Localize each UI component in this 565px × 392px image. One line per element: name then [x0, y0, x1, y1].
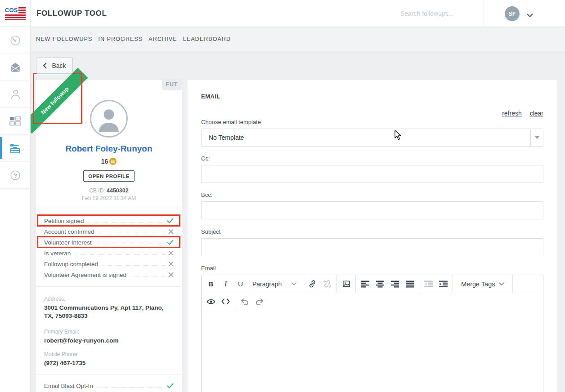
select-caret-down-icon[interactable]	[530, 129, 543, 146]
insert-image-icon[interactable]	[339, 277, 354, 291]
icon-sidebar: ?	[0, 27, 31, 392]
cos-flag-logo-icon: COS	[5, 7, 26, 20]
link-group	[303, 275, 337, 293]
template-label: Choose email template	[201, 119, 543, 125]
chevron-down-icon	[499, 282, 504, 286]
justify-icon[interactable]	[402, 277, 417, 291]
checklist-item[interactable]: Volunteer Agreement is signed	[44, 269, 174, 280]
contact-name[interactable]: Robert Foley-Runyon	[36, 144, 182, 154]
new-followup-ribbon: New followup	[22, 67, 88, 134]
back-label: Back	[52, 62, 66, 69]
merge-tags-select[interactable]: Merge Tags	[455, 277, 511, 291]
rich-text-editor: B I U Paragraph	[201, 275, 543, 392]
back-button[interactable]: Back	[36, 58, 73, 74]
sidebar-item-contacts[interactable]	[0, 81, 30, 108]
nav-new-followups[interactable]: NEW FOLLOWUPS	[36, 36, 92, 42]
subject-label: Subject	[201, 228, 543, 235]
align-left-icon[interactable]	[358, 277, 372, 291]
sidebar-item-dashboard[interactable]	[0, 27, 30, 54]
image-group	[337, 275, 356, 293]
checklist-item-label: Is veteran	[44, 250, 71, 257]
align-group	[356, 275, 419, 293]
clear-link[interactable]: clear	[530, 110, 543, 117]
app-title: FOLLOWUP TOOL	[36, 9, 107, 18]
person-icon	[9, 89, 21, 100]
history-group	[235, 293, 543, 310]
mobile-phone-value: (972) 467-1735	[44, 359, 174, 367]
cc-input[interactable]	[201, 165, 543, 183]
tools-icon	[9, 142, 21, 154]
underline-button[interactable]: U	[233, 277, 248, 291]
optin-label: Email Blast Opt-In	[44, 383, 93, 389]
checklist-item[interactable]: Volunteer Interest	[44, 237, 174, 248]
bcc-input[interactable]	[201, 201, 543, 219]
subject-input[interactable]	[201, 238, 543, 256]
chevron-down-icon	[291, 282, 296, 285]
checklist-item[interactable]: Account confirmed	[44, 226, 174, 237]
contact-info: Address: 3001 Communications Py, Apt 117…	[36, 296, 182, 367]
open-profile-button[interactable]: OPEN PROFILE	[83, 170, 135, 182]
app-logo[interactable]: COS	[0, 0, 31, 27]
redo-icon[interactable]	[252, 294, 267, 309]
sidebar-item-messages[interactable]	[0, 54, 30, 81]
help-icon: ?	[9, 169, 21, 181]
email-blast-optin-row[interactable]: Email Blast Opt-In	[44, 380, 174, 391]
cb-id-label: CB ID:	[89, 187, 105, 194]
indent-icon[interactable]	[436, 277, 451, 291]
italic-button[interactable]: I	[218, 277, 233, 291]
checklist-item-label: Volunteer Agreement is signed	[44, 272, 126, 278]
dotted-leader	[130, 276, 165, 276]
x-icon	[168, 250, 174, 256]
paragraph-label: Paragraph	[252, 281, 282, 288]
indent-group	[419, 275, 453, 293]
divider	[36, 286, 182, 287]
nav-leaderboard[interactable]: LEADERBOARD	[183, 36, 231, 42]
paragraph-style-select[interactable]: Paragraph	[248, 277, 301, 291]
sidebar-item-cards[interactable]	[0, 108, 30, 135]
outdent-icon[interactable]	[421, 277, 436, 291]
x-icon	[168, 272, 174, 277]
align-right-icon[interactable]	[387, 277, 402, 291]
preview-eye-icon[interactable]	[203, 294, 218, 309]
bcc-label: Bcc:	[201, 192, 543, 198]
email-template-select[interactable]: No Template	[201, 129, 543, 147]
primary-email-value: robert@foley-runyon.com	[44, 337, 174, 345]
undo-icon[interactable]	[237, 294, 252, 309]
fut-corner-badge: FUT	[162, 79, 182, 90]
gauge-icon	[9, 35, 21, 46]
sidebar-item-followup-tool[interactable]	[0, 135, 30, 162]
cards-grid-icon	[9, 116, 21, 126]
editor-content-area[interactable]	[202, 310, 543, 392]
user-avatar[interactable]: SF	[505, 6, 520, 21]
address-label: Address:	[44, 296, 174, 302]
toolbar-spacer	[513, 275, 543, 293]
checklist-item-label: Petition signed	[44, 218, 84, 224]
insert-link-icon[interactable]	[305, 277, 320, 291]
header-divider	[484, 0, 484, 27]
checklist-item-label: Followup completed	[44, 261, 98, 267]
search-input[interactable]	[400, 6, 486, 21]
align-center-icon[interactable]	[372, 277, 387, 291]
template-selected-value: No Template	[209, 134, 244, 141]
svg-text:?: ?	[13, 172, 17, 178]
cb-id-value: 4450302	[107, 187, 129, 194]
checklist-item[interactable]: Petition signed	[44, 215, 174, 226]
checklist-item[interactable]: Is veteran	[44, 248, 174, 258]
optin-section: Email Blast Opt-In	[36, 375, 182, 391]
nav-in-progress[interactable]: IN PROGRESS	[98, 36, 143, 42]
sidebar-item-help[interactable]: ?	[0, 162, 30, 189]
bold-button[interactable]: B	[203, 277, 218, 291]
address-value: 3001 Communications Py, Apt 117, Plano, …	[44, 304, 174, 321]
source-code-icon[interactable]	[218, 294, 233, 309]
checklist-item[interactable]: Followup completed	[44, 258, 174, 269]
dotted-leader	[88, 222, 163, 223]
view-group	[202, 293, 235, 310]
profile-avatar	[90, 100, 128, 138]
account-menu-chevron-down-icon[interactable]	[527, 11, 533, 19]
nav-archive[interactable]: ARCHIVE	[148, 36, 177, 42]
svg-text:COS: COS	[5, 7, 18, 13]
remove-link-icon[interactable]	[320, 277, 335, 291]
mail-icon	[9, 62, 21, 73]
check-icon	[167, 218, 174, 223]
refresh-link[interactable]: refresh	[502, 110, 522, 117]
